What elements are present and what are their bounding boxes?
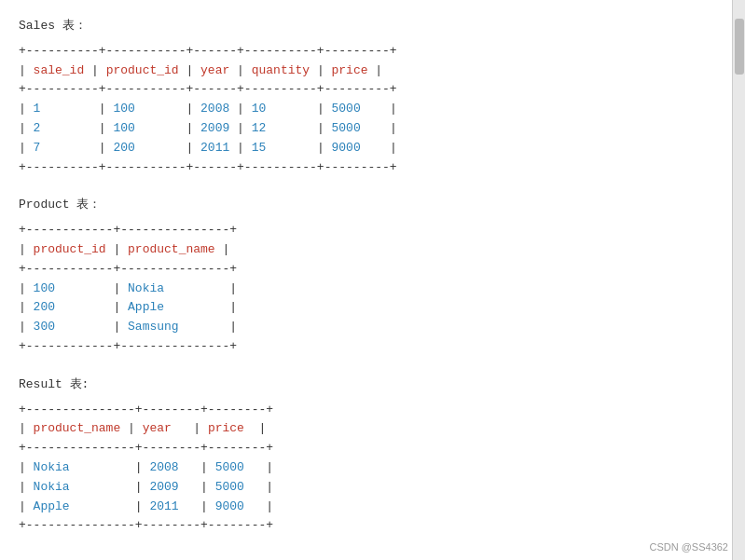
- result-border-header: +---------------+--------+--------+: [19, 439, 713, 458]
- footer-note: CSDN @SS4362: [649, 541, 728, 553]
- sales-table-title: Sales 表：: [19, 17, 713, 36]
- product-header: | product_id | product_name |: [19, 240, 713, 260]
- product-col-product_name: product_name: [128, 242, 215, 256]
- sales-border-top: +----------+-----------+------+---------…: [19, 42, 713, 61]
- result-col-year: year: [143, 421, 172, 435]
- product-border-bottom: +------------+---------------+: [19, 337, 713, 357]
- result-row-3: | Apple | 2011 | 9000 |: [19, 498, 713, 517]
- product-row-2: | 200 | Apple |: [19, 298, 713, 318]
- sales-row-3: | 7 | 200 | 2011 | 15 | 9000 |: [19, 139, 713, 158]
- sales-col-year: year: [200, 63, 229, 77]
- result-col-price: price: [208, 421, 244, 435]
- result-col-product_name: product_name: [34, 421, 121, 435]
- result-row-1: | Nokia | 2008 | 5000 |: [19, 458, 713, 478]
- sales-border-bottom: +----------+-----------+------+---------…: [19, 158, 713, 178]
- sales-table-section: Sales 表： +----------+-----------+------+…: [19, 17, 713, 177]
- product-row-3: | 300 | Samsung |: [19, 318, 713, 337]
- product-row-1: | 100 | Nokia |: [19, 280, 713, 299]
- result-row-2: | Nokia | 2009 | 5000 |: [19, 478, 713, 498]
- sales-col-quantity: quantity: [252, 63, 310, 77]
- product-border-header: +------------+---------------+: [19, 260, 713, 280]
- scrollbar-thumb[interactable]: [735, 19, 744, 75]
- sales-col-price: price: [332, 63, 368, 77]
- result-border-top: +---------------+--------+--------+: [19, 401, 713, 420]
- result-table-section: Result 表: +---------------+--------+----…: [19, 376, 713, 536]
- sales-col-product_id: product_id: [106, 63, 179, 77]
- product-table-section: Product 表： +------------+---------------…: [19, 196, 713, 356]
- product-border-top: +------------+---------------+: [19, 221, 713, 240]
- product-table-title: Product 表：: [19, 196, 713, 215]
- sales-col-sale_id: sale_id: [34, 63, 85, 77]
- sales-row-1: | 1 | 100 | 2008 | 10 | 5000 |: [19, 100, 713, 119]
- sales-row-2: | 2 | 100 | 2009 | 12 | 5000 |: [19, 119, 713, 139]
- result-header: | product_name | year | price |: [19, 419, 713, 439]
- product-col-product_id: product_id: [34, 242, 106, 256]
- result-border-bottom: +---------------+--------+--------+: [19, 516, 713, 536]
- main-content: Sales 表： +----------+-----------+------+…: [0, 0, 732, 560]
- result-table-title: Result 表:: [19, 376, 713, 395]
- scrollbar[interactable]: [732, 0, 745, 560]
- sales-border-header: +----------+-----------+------+---------…: [19, 80, 713, 100]
- sales-header: | sale_id | product_id | year | quantity…: [19, 61, 713, 81]
